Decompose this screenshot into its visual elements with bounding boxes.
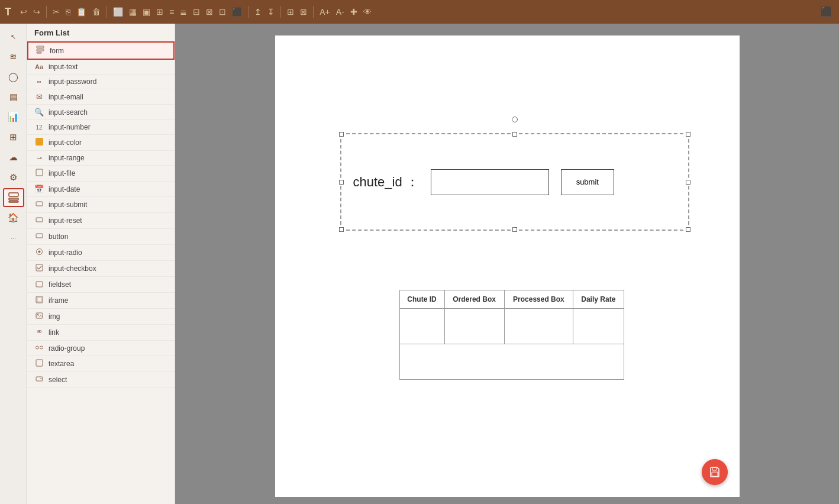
layout2-icon[interactable]: ⊠ <box>204 6 215 18</box>
sidebar-item-label-input-number: input-number <box>49 123 91 131</box>
sidebar-item-textarea[interactable]: textarea <box>27 356 175 372</box>
building-tool-icon[interactable]: 🏠 <box>3 208 24 227</box>
svg-rect-2 <box>9 201 18 202</box>
chart-tool-icon[interactable]: 📊 <box>3 108 24 127</box>
svg-rect-8 <box>36 202 43 206</box>
main-area: ↖ ≋ ◯ ▤ 📊 ⊞ ☁ ⚙ 🏠 ··· Form List form Aa … <box>0 24 839 504</box>
sidebar-item-input-file[interactable]: input-file <box>27 166 175 182</box>
sidebar-item-label-input-submit: input-submit <box>49 201 87 209</box>
sidebar-item-form[interactable]: form <box>27 41 175 60</box>
svg-rect-13 <box>36 264 43 271</box>
iframe-icon <box>34 296 44 305</box>
svg-point-20 <box>36 346 38 349</box>
ungroup-icon[interactable]: ⊠ <box>298 6 309 18</box>
more-tool-icon[interactable]: ··· <box>3 228 24 247</box>
chute-id-input[interactable] <box>431 169 549 195</box>
cut-icon[interactable]: ✂ <box>51 6 62 18</box>
sidebar-item-label-input-reset: input-reset <box>49 217 82 225</box>
sidebar-item-input-range[interactable]: ⊸ input-range <box>27 151 175 166</box>
sidebar-item-select[interactable]: select <box>27 372 175 388</box>
paste-icon[interactable]: 📋 <box>75 6 88 18</box>
svg-rect-0 <box>9 193 18 196</box>
align-right-icon[interactable]: ▣ <box>141 6 152 18</box>
input-reset-icon <box>34 216 44 225</box>
sidebar-item-label-select: select <box>49 376 67 384</box>
sidebar-item-link[interactable]: link <box>27 325 175 341</box>
sidebar-item-button[interactable]: button <box>27 229 175 245</box>
text-smaller-icon[interactable]: A- <box>334 6 346 18</box>
layout-tool-icon[interactable] <box>3 188 24 207</box>
sidebar-item-input-reset[interactable]: input-reset <box>27 213 175 229</box>
sidebar-item-fieldset[interactable]: fieldset <box>27 277 175 293</box>
sidebar-item-label-input-search: input-search <box>49 108 88 117</box>
select-tool-icon[interactable]: ↖ <box>3 27 24 46</box>
distribute-v-icon[interactable]: ≡ <box>167 6 176 18</box>
sidebar-item-input-email[interactable]: ✉ input-email <box>27 89 175 105</box>
sidebar-item-input-text[interactable]: Aa input-text <box>27 60 175 75</box>
sidebar-item-input-radio[interactable]: input-radio <box>27 245 175 261</box>
submit-button[interactable]: submit <box>561 169 614 195</box>
shape-tool-icon[interactable]: ◯ <box>3 67 24 86</box>
sidebar-item-label-input-date: input-date <box>49 185 80 193</box>
move-up-icon[interactable]: ↥ <box>253 6 263 18</box>
save-fab-button[interactable] <box>702 459 728 485</box>
sidebar-item-iframe[interactable]: iframe <box>27 293 175 309</box>
sidebar-item-label-input-range: input-range <box>49 154 85 162</box>
canvas-area[interactable]: chute_id ： submit Chute ID Ordered Box P… <box>175 24 839 504</box>
undo-icon[interactable]: ↩ <box>18 6 29 18</box>
grid-icon[interactable]: ≣ <box>178 6 189 18</box>
sidebar-item-img[interactable]: img <box>27 309 175 325</box>
text-larger-icon[interactable]: A+ <box>318 6 332 18</box>
handle-tc[interactable] <box>512 132 517 137</box>
group-icon[interactable]: ⊞ <box>285 6 296 18</box>
align-center-icon[interactable]: ▦ <box>127 6 138 18</box>
handle-rotate[interactable] <box>512 117 518 122</box>
svg-rect-6 <box>36 138 43 146</box>
svg-rect-25 <box>712 472 718 476</box>
collapse-icon[interactable]: ⬛ <box>819 5 834 18</box>
layout4-icon[interactable]: ⬛ <box>230 6 244 18</box>
settings-tool-icon[interactable]: ⚙ <box>3 168 24 187</box>
img-icon <box>34 312 44 321</box>
cloud-tool-icon[interactable]: ☁ <box>3 148 24 167</box>
copy-icon[interactable]: ⎘ <box>64 6 72 18</box>
textarea-icon <box>34 359 44 369</box>
sidebar-item-input-submit[interactable]: input-submit <box>27 197 175 213</box>
move-down-icon[interactable]: ↧ <box>266 6 276 18</box>
radio-group-icon <box>34 344 44 353</box>
layout1-icon[interactable]: ⊟ <box>191 6 202 18</box>
svg-rect-16 <box>37 298 41 302</box>
handle-tr[interactable] <box>686 132 690 137</box>
handle-bl[interactable] <box>339 227 344 232</box>
distribute-h-icon[interactable]: ⊞ <box>154 6 165 18</box>
handle-mr[interactable] <box>686 180 690 185</box>
align-left-icon[interactable]: ⬜ <box>111 6 125 18</box>
table-row <box>399 309 624 344</box>
handle-bc[interactable] <box>512 227 517 232</box>
table-tool-icon[interactable]: ⊞ <box>3 128 24 147</box>
form-icon <box>36 46 45 56</box>
input-search-icon: 🔍 <box>34 108 44 117</box>
form-selection[interactable]: chute_id ： submit <box>340 133 689 231</box>
sidebar-item-input-color[interactable]: input-color <box>27 135 175 151</box>
sidebar-item-input-search[interactable]: 🔍 input-search <box>27 105 175 120</box>
input-number-icon: 12 <box>34 124 44 131</box>
form-tool-icon[interactable]: ▤ <box>3 88 24 106</box>
sidebar-item-label-button: button <box>49 232 68 241</box>
redo-icon[interactable]: ↪ <box>31 6 42 18</box>
layout3-icon[interactable]: ⊡ <box>217 6 228 18</box>
sidebar-item-input-checkbox[interactable]: input-checkbox <box>27 261 175 277</box>
preview-icon[interactable]: 👁 <box>362 6 373 18</box>
sidebar-item-input-password[interactable]: •• input-password <box>27 75 175 89</box>
handle-tl[interactable] <box>339 132 344 137</box>
pen-tool-icon[interactable]: ≋ <box>3 47 24 66</box>
sidebar-item-radio-group[interactable]: radio-group <box>27 341 175 356</box>
sidebar-item-label-img: img <box>49 312 60 321</box>
handle-ml[interactable] <box>339 180 344 185</box>
sidebar-item-input-number[interactable]: 12 input-number <box>27 120 175 135</box>
sidebar-item-input-date[interactable]: 📅 input-date <box>27 182 175 197</box>
add-icon[interactable]: ✚ <box>348 6 359 18</box>
delete-icon[interactable]: 🗑 <box>91 6 102 18</box>
table-cell <box>399 309 444 344</box>
handle-br[interactable] <box>686 227 690 232</box>
